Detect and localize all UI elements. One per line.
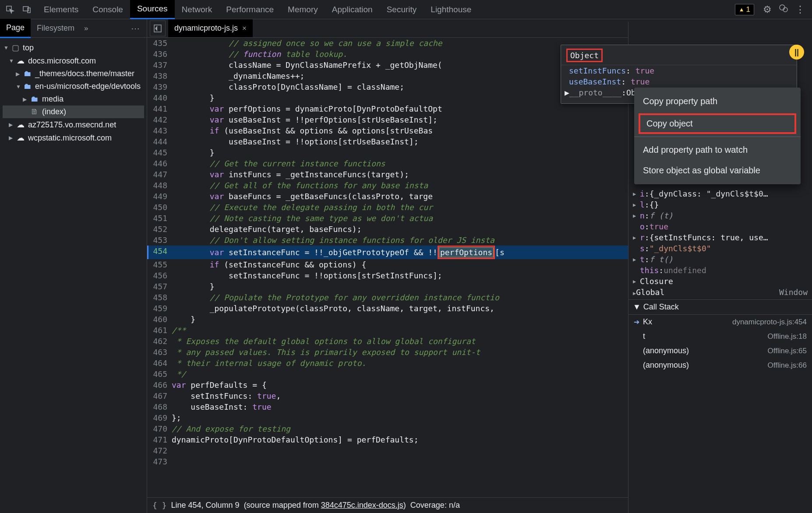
tab-lighthouse[interactable]: Lighthouse	[424, 0, 478, 19]
scope-variable[interactable]: ▶r: {setInstFuncs: true, use…	[628, 232, 812, 243]
tab-application[interactable]: Application	[325, 0, 380, 19]
editor-tab-label: dynamicproto-js.js	[174, 24, 238, 33]
tooltip-prop: setInstFuncs: true	[561, 65, 797, 76]
close-tab-icon[interactable]: ×	[242, 24, 247, 33]
editor-panel: dynamicproto-js.js × 435 // assigned onc…	[147, 19, 812, 513]
tree-domain-az[interactable]: ▶☁az725175.vo.msecnd.net	[3, 118, 144, 131]
scope-variable[interactable]: this: undefined	[628, 265, 812, 276]
tab-elements[interactable]: Elements	[37, 0, 85, 19]
call-stack-frame[interactable]: ➔tOffline.js:18	[628, 329, 812, 344]
tree-domain-wcp[interactable]: ▶☁wcpstatic.microsoft.com	[3, 131, 144, 144]
coverage-label: Coverage: n/a	[410, 501, 460, 510]
scope-variables: ▶i: {_dynClass: "_dynCls$t$0…▶l: {}▶n: f…	[628, 188, 812, 276]
cursor-position: Line 454, Column 9	[171, 501, 240, 510]
ctx-copy-property-path[interactable]: Copy property path	[634, 91, 801, 112]
scope-variable[interactable]: s: "_dynCls$t$0"	[628, 243, 812, 254]
device-toolbar-icon[interactable]	[20, 3, 33, 16]
paused-badge-icon: ||	[789, 45, 804, 60]
settings-gear-icon[interactable]: ⚙	[763, 4, 772, 15]
call-stack-frame[interactable]: ➔(anonymous)Offline.js:65	[628, 344, 812, 358]
scope-global[interactable]: ▶Global Window	[628, 287, 812, 298]
scope-variable[interactable]: o: true	[628, 221, 812, 232]
tree-top[interactable]: ▼▢top	[3, 41, 144, 54]
editor-tab-file[interactable]: dynamicproto-js.js ×	[168, 19, 253, 37]
tab-security[interactable]: Security	[380, 0, 424, 19]
tree-folder-media[interactable]: ▶🖿media	[3, 93, 144, 105]
tree-domain-docs[interactable]: ▼☁docs.microsoft.com	[3, 54, 144, 67]
tree-folder-devtools[interactable]: ▼🖿en-us/microsoft-edge/devtools	[3, 80, 144, 93]
context-menu: Copy property path Copy object Add prope…	[634, 88, 801, 184]
scope-variable[interactable]: ▶t: f t()	[628, 254, 812, 265]
call-stack-frame[interactable]: ➔Kxdynamicproto-js.js:454	[628, 315, 812, 329]
ctx-copy-object[interactable]: Copy object	[639, 113, 796, 134]
toggle-navigator-icon[interactable]	[150, 21, 166, 36]
scope-variable[interactable]: ▶i: {_dynClass: "_dynCls$t$0…	[628, 188, 812, 199]
whatsnew-icon[interactable]	[779, 4, 788, 16]
navigator-panel: Page Filesystem » ⋯ ▼▢top ▼☁docs.microso…	[0, 19, 147, 513]
subtab-page[interactable]: Page	[0, 19, 31, 38]
scope-variable[interactable]: ▶n: f (t)	[628, 210, 812, 221]
devtools-tab-bar: Elements Console Sources Network Perform…	[0, 0, 812, 19]
scope-variable[interactable]: ▶l: {}	[628, 199, 812, 210]
scope-closure[interactable]: ▶Closure	[628, 276, 812, 287]
tree-file-index[interactable]: 🗎(index)	[3, 105, 144, 118]
svg-rect-2	[28, 8, 30, 13]
call-stack-header[interactable]: ▼Call Stack	[628, 299, 812, 315]
tab-sources[interactable]: Sources	[130, 0, 175, 19]
tab-console[interactable]: Console	[85, 0, 130, 19]
tooltip-prop: useBaseInst: true	[561, 76, 797, 87]
warnings-badge[interactable]: 1	[735, 4, 754, 15]
tooltip-object-type: Object	[566, 49, 603, 62]
tab-network[interactable]: Network	[175, 0, 219, 19]
ctx-separator	[634, 137, 801, 137]
pretty-print-icon[interactable]: { }	[152, 501, 167, 510]
ctx-add-watch[interactable]: Add property path to watch	[634, 140, 801, 160]
file-tree: ▼▢top ▼☁docs.microsoft.com ▶🖿_themes/doc…	[0, 38, 147, 148]
call-stack-list: ➔Kxdynamicproto-js.js:454➔tOffline.js:18…	[628, 315, 812, 372]
tab-memory[interactable]: Memory	[281, 0, 325, 19]
navigator-more-icon[interactable]: ⋯	[131, 23, 140, 34]
source-map-link[interactable]: 384c475c.index-docs.js	[321, 501, 403, 509]
navigator-subtabs: Page Filesystem » ⋯	[0, 19, 147, 38]
call-stack-frame[interactable]: ➔(anonymous)Offline.js:66	[628, 358, 812, 372]
tab-performance[interactable]: Performance	[219, 0, 281, 19]
ctx-store-global[interactable]: Store object as global variable	[634, 160, 801, 181]
tree-folder-themes[interactable]: ▶🖿_themes/docs.theme/master	[3, 67, 144, 80]
more-menu-icon[interactable]: ⋮	[795, 4, 805, 15]
subtab-filesystem[interactable]: Filesystem	[31, 19, 81, 37]
inspect-element-icon[interactable]	[4, 3, 17, 16]
subtabs-overflow-icon[interactable]: »	[84, 24, 88, 33]
